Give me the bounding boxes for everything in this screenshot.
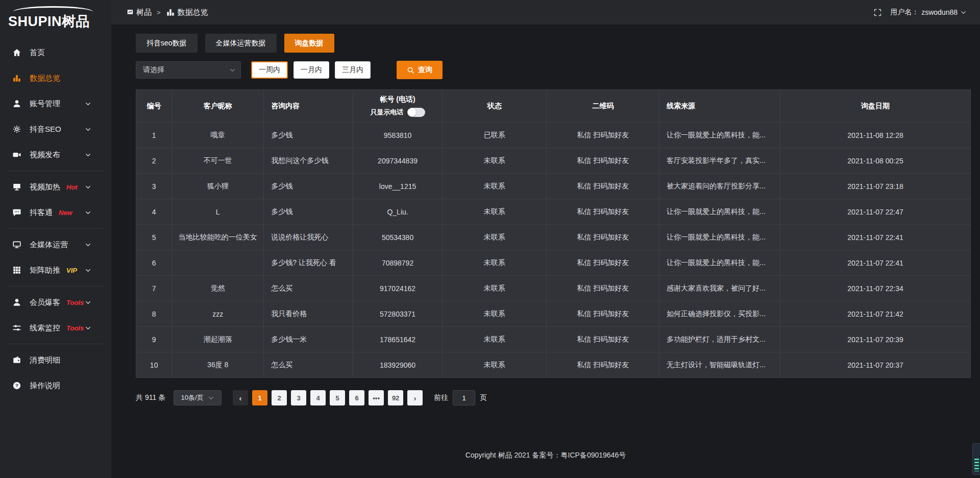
cell-qrcode[interactable]: 私信 扫码加好友 (547, 301, 659, 327)
cell-qrcode[interactable]: 私信 扫码加好友 (547, 225, 659, 250)
prev-page-button[interactable]: ‹ (233, 390, 248, 405)
grid-icon (12, 266, 22, 275)
range-one-week[interactable]: 一周内 (251, 61, 288, 79)
fullscreen-icon[interactable] (873, 8, 882, 17)
chat-bubble-icon (12, 208, 22, 217)
page-button[interactable]: 5 (330, 390, 345, 405)
range-three-month[interactable]: 三月内 (335, 61, 371, 79)
sidebar-item-label: 全媒体运营 (30, 240, 68, 250)
cell-status: 未联系 (443, 225, 547, 250)
next-page-button[interactable]: › (407, 390, 423, 405)
floating-widget[interactable] (972, 443, 980, 475)
sidebar-item-media-operation[interactable]: 全媒体运营 (0, 232, 111, 257)
range-one-month[interactable]: 一月内 (293, 61, 329, 79)
user-icon (12, 99, 22, 108)
tab-douyin-seo-data[interactable]: 抖音seo数据 (136, 34, 198, 53)
cell-qrcode[interactable]: 私信 扫码加好友 (547, 148, 659, 174)
breadcrumb-item-current: 数据总览 (178, 8, 208, 17)
cell-content: 说说价格让我死心 (264, 225, 353, 250)
cell-account: 9583810 (353, 123, 443, 148)
page-button[interactable]: 4 (310, 390, 326, 405)
cell-qrcode[interactable]: 私信 扫码加好友 (547, 123, 659, 148)
phone-only-toggle[interactable] (407, 108, 425, 117)
filter-select-placeholder: 请选择 (143, 65, 164, 75)
cell-no: 8 (136, 301, 172, 327)
tab-media-operation-data[interactable]: 全媒体运营数据 (205, 34, 277, 53)
cell-account: 50534380 (353, 225, 443, 250)
sidebar-item-account-management[interactable]: 账号管理 (0, 91, 111, 116)
page-button[interactable]: 3 (291, 390, 306, 405)
cell-source[interactable]: 无主灯设计，智能磁吸轨道灯... (659, 352, 780, 378)
topbar: 树品 > 数据总览 用户名： zswodun88 (111, 0, 980, 25)
table-row: 9潮起潮落多少钱一米178651642未联系私信 扫码加好友多功能护栏灯，适用于… (136, 327, 971, 352)
cell-qrcode[interactable]: 私信 扫码加好友 (547, 250, 659, 276)
cell-source[interactable]: 如何正确选择投影仪，买投影... (659, 301, 780, 327)
tab-inquiry-data[interactable]: 询盘数据 (284, 34, 334, 53)
page-button[interactable]: 6 (349, 390, 364, 405)
sidebar-item-badge: Tools (66, 324, 84, 332)
user-menu[interactable]: 用户名： zswodun88 (890, 8, 967, 17)
chevron-down-icon (85, 267, 94, 274)
inquiry-table: 编号客户昵称咨询内容帐号 (电话)只显示电话状态二维码线索来源询盘日期 1哦章多… (136, 89, 971, 378)
app-root: SHUPIN树品 首页数据总览账号管理抖音SEO视频发布视频加热Hot抖客通Ne… (0, 0, 980, 478)
page-button[interactable]: 1 (252, 390, 267, 405)
sidebar-item-label: 抖客通 (30, 208, 53, 218)
cell-date: 2021-11-08 00:25 (780, 148, 971, 174)
cell-source[interactable]: 客厅安装投影半年多了，真实... (659, 148, 780, 174)
sidebar-item-consume-detail[interactable]: 消费明细 (0, 347, 111, 373)
sidebar-item-operation-guide[interactable]: ?操作说明 (0, 373, 111, 398)
sidebar-item-matrix-boost[interactable]: 矩阵助推VIP (0, 257, 111, 283)
sidebar-item-data-overview[interactable]: 数据总览 (0, 65, 111, 91)
table-row: 1哦章多少钱9583810已联系私信 扫码加好友让你一眼就爱上的黑科技，能...… (136, 123, 971, 148)
cell-qrcode[interactable]: 私信 扫码加好友 (547, 276, 659, 301)
cell-source[interactable]: 感谢大家喜欢我家，被问了好... (659, 276, 780, 301)
breadcrumb: 树品 > 数据总览 (127, 8, 208, 17)
chevron-down-icon (208, 395, 214, 401)
page-button[interactable]: 2 (272, 390, 287, 405)
sidebar-item-clue-monitor[interactable]: 线索监控Tools (0, 315, 111, 341)
cell-source[interactable]: 多功能护栏灯，适用于乡村文... (659, 327, 780, 352)
logo-brand-cn: 树品 (62, 14, 90, 29)
cell-qrcode[interactable]: 私信 扫码加好友 (547, 199, 659, 225)
pagination: 共 911 条 10条/页 ‹ 123456•••92 › 前往 页 (136, 390, 971, 405)
cell-no: 10 (136, 352, 172, 378)
page-button[interactable]: ••• (369, 390, 384, 405)
cell-source[interactable]: 让你一眼就爱上的黑科技，能... (659, 123, 780, 148)
cell-no: 4 (136, 199, 172, 225)
chevron-down-icon (85, 242, 94, 248)
cell-source[interactable]: 让你一眼就爱上的黑科技，能... (659, 250, 780, 276)
page-button[interactable]: 92 (388, 390, 403, 405)
cell-source[interactable]: 被大家追着问的客厅投影分享... (659, 174, 780, 199)
cell-qrcode[interactable]: 私信 扫码加好友 (547, 352, 659, 378)
sidebar-item-home[interactable]: 首页 (0, 40, 111, 65)
goto-page-input[interactable] (453, 390, 475, 405)
phone-only-label: 只显示电话 (371, 108, 404, 117)
cell-source[interactable]: 让你一眼就爱上的黑科技，能... (659, 225, 780, 250)
cell-no: 1 (136, 123, 172, 148)
cell-source[interactable]: 让你一眼就爱上的黑科技，能... (659, 199, 780, 225)
breadcrumb-item-brand[interactable]: 树品 (136, 8, 152, 17)
user-icon (12, 298, 22, 307)
sidebar-item-douketong[interactable]: 抖客通New (0, 200, 111, 225)
chevron-down-icon (85, 152, 94, 158)
screen-icon (12, 182, 22, 192)
sidebar-item-video-publish[interactable]: 视频发布 (0, 142, 111, 168)
brand-logo[interactable]: SHUPIN树品 (0, 0, 111, 33)
cell-content: 多少钱? 让我死心 看 (264, 250, 353, 276)
table-row: 6多少钱? 让我死心 看70898792未联系私信 扫码加好友让你一眼就爱上的黑… (136, 250, 971, 276)
sidebar-item-label: 线索监控 (30, 323, 60, 333)
cell-qrcode[interactable]: 私信 扫码加好友 (547, 327, 659, 352)
sidebar-item-label: 首页 (30, 48, 45, 58)
sidebar-item-video-heat[interactable]: 视频加热Hot (0, 174, 111, 200)
cell-account: 178651642 (353, 327, 443, 352)
search-button[interactable]: 查询 (397, 61, 443, 79)
cell-date: 2021-11-07 21:42 (780, 301, 971, 327)
cell-qrcode[interactable]: 私信 扫码加好友 (547, 174, 659, 199)
home-icon (12, 48, 22, 57)
cell-content: 怎么买 (264, 276, 353, 301)
sidebar-item-douyin-seo[interactable]: 抖音SEO (0, 116, 111, 142)
sidebar-item-member-baoke[interactable]: 会员爆客Tools (0, 290, 111, 315)
sidebar-item-badge: VIP (66, 267, 77, 274)
filter-select[interactable]: 请选择 (136, 61, 241, 79)
page-size-select[interactable]: 10条/页 (174, 390, 222, 405)
